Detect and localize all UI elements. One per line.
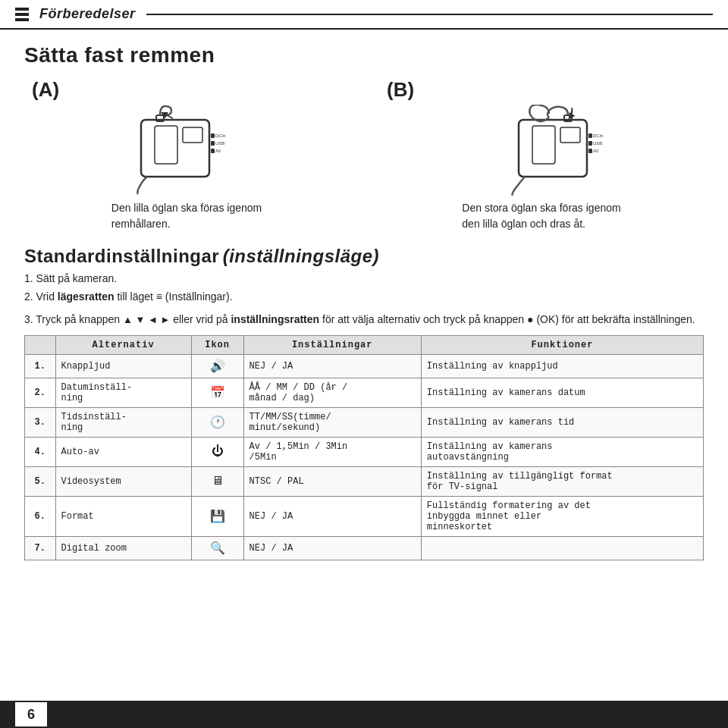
- row-2-num: 2.: [25, 378, 56, 407]
- page-number: 6: [14, 701, 49, 728]
- row-1-icon: 🔊: [191, 354, 243, 378]
- table-row: 5. Videosystem 🖥 NTSC / PAL Inställning …: [25, 466, 704, 496]
- th-funk: Funktioner: [421, 335, 703, 354]
- svg-text:USB: USB: [593, 141, 602, 146]
- row-4-num: 4.: [25, 437, 56, 466]
- step-1-num: 1.: [24, 272, 36, 284]
- row-4-inst: Av / 1,5Min / 3Min/5Min: [243, 437, 421, 466]
- header-row: Alternativ Ikon Inställningar Funktioner: [25, 335, 704, 354]
- desc-a: Den lilla öglan ska föras igenomremhålla…: [105, 200, 268, 232]
- svg-rect-2: [183, 127, 202, 143]
- svg-rect-5: [211, 149, 215, 153]
- settings-table: Alternativ Ikon Inställningar Funktioner…: [24, 335, 704, 560]
- row-2-icon: 📅: [191, 378, 243, 407]
- camera-svg-a: DCIn USB AV: [118, 105, 255, 196]
- row-3-funk: Inställning av kamerans tid: [421, 407, 703, 437]
- table-body: 1. Knappljud 🔊 NEJ / JA Inställning av k…: [25, 354, 704, 560]
- bottom-bar: 6: [0, 701, 728, 728]
- svg-text:DCIn: DCIn: [215, 133, 226, 138]
- table-row: 1. Knappljud 🔊 NEJ / JA Inställning av k…: [25, 354, 704, 378]
- row-5-inst: NTSC / PAL: [243, 466, 421, 496]
- th-alt: Alternativ: [55, 335, 191, 354]
- main-content: Sätta fast remmen (A): [0, 30, 728, 574]
- row-3-num: 3.: [25, 407, 56, 437]
- table-row: 4. Auto-av ⏻ Av / 1,5Min / 3Min/5Min Ins…: [25, 437, 704, 466]
- stripe-1: [15, 8, 29, 11]
- row-5-icon: 🖥: [191, 466, 243, 496]
- steps-list: 1. Sätt på kameran. 2. Vrid lägesratten …: [24, 270, 704, 306]
- section-title: Sätta fast remmen: [24, 43, 704, 67]
- row-3-alt: Tidsinställ-ning: [55, 407, 191, 437]
- table-row: 7. Digital zoom 🔍 NEJ / JA: [25, 536, 704, 560]
- heading-main: Standardinställningar: [24, 246, 219, 266]
- standard-settings-heading: Standardinställningar (inställningsläge): [24, 246, 704, 267]
- svg-rect-0: [141, 120, 209, 177]
- heading-italic: (inställningsläge): [223, 246, 379, 266]
- row-1-num: 1.: [25, 354, 56, 378]
- th-ikon: Ikon: [191, 335, 243, 354]
- row-5-num: 5.: [25, 466, 56, 496]
- row-1-funk: Inställning av knappljud: [421, 354, 703, 378]
- row-2-funk: Inställning av kamerans datum: [421, 378, 703, 407]
- table-row: 3. Tidsinställ-ning 🕐 TT/MM/SS(timme/min…: [25, 407, 704, 437]
- step-2-text: Vrid lägesratten till läget ≡ (Inställni…: [36, 290, 233, 303]
- svg-rect-13: [588, 133, 592, 138]
- table-header: Alternativ Ikon Inställningar Funktioner: [25, 335, 704, 354]
- row-1-inst: NEJ / JA: [243, 354, 421, 378]
- row-7-num: 7.: [25, 536, 56, 560]
- row-3-icon: 🕐: [191, 407, 243, 437]
- row-6-alt: Format: [55, 496, 191, 536]
- svg-rect-11: [532, 126, 555, 164]
- step-3: 3. Tryck på knappen ▲ ▼ ◄ ► eller vrid p…: [24, 312, 704, 328]
- step-2: 2. Vrid lägesratten till läget ≡ (Instäl…: [24, 288, 704, 305]
- row-7-icon: 🔍: [191, 536, 243, 560]
- row-7-alt: Digital zoom: [55, 536, 191, 560]
- row-2-alt: Datuminställ-ning: [55, 378, 191, 407]
- row-6-inst: NEJ / JA: [243, 496, 421, 536]
- illustrations-row: (A) DCIn: [24, 78, 704, 232]
- row-7-inst: NEJ / JA: [243, 536, 421, 560]
- row-6-num: 6.: [25, 496, 56, 536]
- row-2-inst: ÅÅ / MM / DD (år /månad / dag): [243, 378, 421, 407]
- step-1: 1. Sätt på kameran.: [24, 270, 704, 287]
- row-4-icon: ⏻: [191, 437, 243, 466]
- table-row: 6. Format 💾 NEJ / JA Fullständig formate…: [25, 496, 704, 536]
- step-2-num: 2.: [24, 290, 36, 303]
- th-inst: Inställningar: [243, 335, 421, 354]
- header-bar: Förberedelser: [0, 0, 728, 30]
- table-row: 2. Datuminställ-ning 📅 ÅÅ / MM / DD (år …: [25, 378, 704, 407]
- row-4-alt: Auto-av: [55, 437, 191, 466]
- label-b: (B): [379, 78, 414, 102]
- camera-svg-b: DCIn USB AV: [473, 105, 610, 196]
- row-7-funk: [421, 536, 703, 560]
- row-5-funk: Inställning av tillgängligt formatför TV…: [421, 466, 703, 496]
- svg-text:AV: AV: [593, 149, 599, 153]
- svg-rect-4: [211, 141, 215, 146]
- header-title: Förberedelser: [39, 6, 136, 22]
- svg-rect-10: [519, 120, 587, 177]
- svg-rect-15: [588, 149, 592, 153]
- row-6-icon: 💾: [191, 496, 243, 536]
- illustration-b: (B) DCIn: [379, 78, 704, 232]
- label-a: (A): [24, 78, 59, 102]
- page-container: Förberedelser Sätta fast remmen (A): [0, 0, 728, 728]
- row-4-funk: Inställning av kameransautoavstängning: [421, 437, 703, 466]
- svg-rect-1: [155, 126, 177, 164]
- stripe-2: [15, 13, 29, 16]
- row-6-funk: Fullständig formatering av detinbyggda m…: [421, 496, 703, 536]
- svg-text:USB: USB: [215, 141, 224, 146]
- header-line: [146, 14, 713, 15]
- svg-rect-12: [560, 127, 580, 143]
- th-num: [25, 335, 56, 354]
- row-1-alt: Knappljud: [55, 354, 191, 378]
- desc-b: Den stora öglan ska föras igenomden lill…: [456, 200, 626, 232]
- svg-text:DCIn: DCIn: [593, 133, 604, 138]
- row-3-inst: TT/MM/SS(timme/minut/sekund): [243, 407, 421, 437]
- row-5-alt: Videosystem: [55, 466, 191, 496]
- illustration-a: (A) DCIn: [24, 78, 349, 232]
- header-stripes: [15, 8, 29, 21]
- svg-rect-3: [211, 133, 215, 138]
- step-1-text: Sätt på kameran.: [36, 272, 118, 284]
- svg-rect-14: [588, 141, 592, 146]
- stripe-3: [15, 18, 29, 21]
